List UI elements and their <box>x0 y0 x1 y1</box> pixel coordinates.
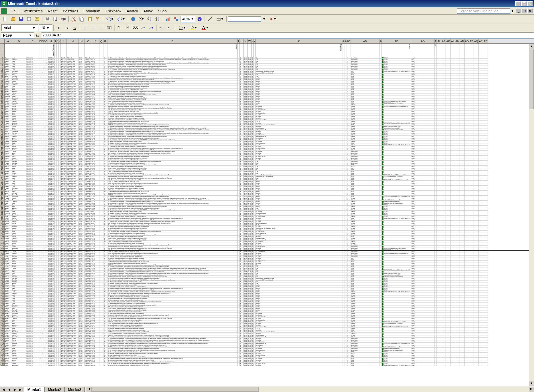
col-header-U[interactable]: U <box>240 39 244 43</box>
autosum-button[interactable]: Σ▾ <box>138 15 146 23</box>
col-header-R[interactable]: R <box>103 39 107 43</box>
close-button[interactable]: ✕ <box>527 1 533 6</box>
sort-asc-button[interactable]: AZ <box>146 15 154 23</box>
col-header-AL[interactable]: AL <box>451 39 455 43</box>
workbook-restore[interactable]: ❐ <box>522 9 527 13</box>
save-button[interactable] <box>17 15 25 23</box>
workbook-close[interactable]: ✕ <box>527 9 533 13</box>
autoshapes-button[interactable]: ▾ <box>214 15 225 23</box>
currency-button[interactable]: Ft <box>116 24 123 31</box>
col-header-AS[interactable]: AS <box>483 39 488 43</box>
col-header-AI[interactable]: AI <box>437 39 441 43</box>
copy-button[interactable] <box>78 15 85 23</box>
format-painter-button[interactable] <box>94 15 101 23</box>
scroll-thumb[interactable] <box>529 49 534 109</box>
help-button[interactable]: ? <box>196 15 203 23</box>
align-right-button[interactable] <box>97 24 105 31</box>
underline-button[interactable]: A <box>71 24 78 31</box>
line-style-preview[interactable] <box>228 16 261 22</box>
decrease-indent-button[interactable] <box>158 24 166 31</box>
merge-center-button[interactable]: a <box>105 24 113 31</box>
col-header-C[interactable]: C <box>26 39 39 43</box>
drawing-toolbar-button[interactable] <box>173 15 180 23</box>
sheet-tab-3[interactable]: Munka3 <box>64 387 85 392</box>
open-button[interactable] <box>9 15 17 23</box>
col-header-AJ[interactable]: AJ <box>441 39 446 43</box>
tab-prev-button[interactable]: ◀ <box>6 387 12 392</box>
chart-wizard-button[interactable] <box>165 15 172 23</box>
grid-rows[interactable]: 1szuletesi_datumtunetekdiagnozisfelvetel… <box>0 44 534 366</box>
col-header-N[interactable]: N <box>79 39 85 43</box>
sheet-tab-1[interactable]: Munka1 <box>24 387 45 392</box>
sort-desc-button[interactable]: ZA <box>154 15 162 23</box>
help-dropdown-arrow[interactable]: ▼ <box>511 9 514 13</box>
col-header-AN[interactable]: AN <box>460 39 465 43</box>
italic-button[interactable]: D <box>63 24 70 31</box>
new-button[interactable] <box>1 15 9 23</box>
print-button[interactable] <box>44 15 51 23</box>
data-row[interactable]: 186BagdiZsuzsann#########2002.04.2438/14… <box>0 364 534 366</box>
col-header-L[interactable]: L <box>61 39 67 43</box>
sheet-tab-2[interactable]: Munka2 <box>44 387 65 392</box>
align-left-button[interactable] <box>81 24 89 31</box>
hscroll-thumb[interactable] <box>92 387 259 392</box>
col-header-AC[interactable]: AC <box>346 39 350 43</box>
doc-icon[interactable] <box>1 8 7 14</box>
col-header-AR[interactable]: AR <box>479 39 483 43</box>
col-header-Q[interactable]: Q <box>99 39 103 43</box>
fontcolor-button[interactable]: A▾ <box>199 24 210 31</box>
scroll-up-button[interactable]: ▲ <box>529 44 534 49</box>
name-box[interactable]: H199▼ <box>1 32 34 38</box>
scroll-left-button[interactable]: ◀ <box>86 387 92 392</box>
workbook-minimize[interactable]: _ <box>516 9 521 13</box>
select-all-corner[interactable] <box>0 39 5 43</box>
col-header-AK[interactable]: AK <box>446 39 451 43</box>
borders-button[interactable]: ▾ <box>177 24 187 31</box>
col-header-AF[interactable]: AF <box>382 39 411 43</box>
increase-indent-button[interactable] <box>166 24 174 31</box>
align-center-button[interactable] <box>89 24 97 31</box>
col-header-P[interactable]: P <box>92 39 99 43</box>
draw-line-button[interactable] <box>206 15 214 23</box>
col-header-M[interactable]: M <box>67 39 79 43</box>
preview-button[interactable] <box>52 15 59 23</box>
permissions-button[interactable] <box>25 15 33 23</box>
minimize-button[interactable]: _ <box>515 1 521 6</box>
col-header-AO[interactable]: AO <box>465 39 469 43</box>
increase-decimal-button[interactable]: ,0 <box>140 24 147 31</box>
col-header-W[interactable]: W <box>248 39 252 43</box>
menu-format[interactable]: Formátum <box>81 8 103 14</box>
menu-edit[interactable]: Szerkesztés <box>20 8 45 14</box>
menu-window[interactable]: Ablak <box>141 8 156 14</box>
bold-button[interactable]: F <box>55 24 62 31</box>
col-header-Z[interactable]: Z <box>256 39 342 43</box>
maximize-button[interactable]: ❐ <box>521 1 527 6</box>
col-header-V[interactable]: V <box>244 39 248 43</box>
scroll-down-button[interactable]: ▼ <box>529 381 534 386</box>
zoom-select[interactable]: 40%▼ <box>181 16 195 22</box>
tab-next-button[interactable]: ▶ <box>12 387 18 392</box>
col-header-AP[interactable]: AP <box>469 39 474 43</box>
horizontal-scrollbar[interactable]: ◀ ▶ <box>86 387 534 392</box>
paste-button[interactable] <box>86 15 93 23</box>
col-header-A[interactable]: A <box>5 39 12 43</box>
col-header-AQ[interactable]: AQ <box>474 39 479 43</box>
redo-button[interactable]: ▾ <box>116 15 126 23</box>
col-header-H[interactable]: H <box>47 39 55 43</box>
font-size-select[interactable]: 10▼ <box>39 24 52 31</box>
spellcheck-button[interactable]: ABC <box>60 15 67 23</box>
menu-view[interactable]: Nézet <box>45 8 60 14</box>
decrease-decimal-button[interactable]: ,0 <box>148 24 155 31</box>
line-style-arrow[interactable]: ▼ <box>263 17 266 21</box>
col-header-AD[interactable]: AD <box>350 39 380 43</box>
menu-file[interactable]: Fájl <box>9 8 20 14</box>
cut-button[interactable] <box>70 15 77 23</box>
menu-help[interactable]: Súgó <box>155 8 169 14</box>
fx-icon[interactable]: fx <box>36 33 39 37</box>
menu-tools[interactable]: Eszközök <box>103 8 124 14</box>
tab-last-button[interactable]: ▶| <box>18 387 24 392</box>
fillcolor-button[interactable]: ▾ <box>188 24 199 31</box>
col-header-AM[interactable]: AM <box>455 39 460 43</box>
scroll-right-button[interactable]: ▶ <box>529 387 534 392</box>
font-select[interactable]: Arial▼ <box>1 24 38 31</box>
